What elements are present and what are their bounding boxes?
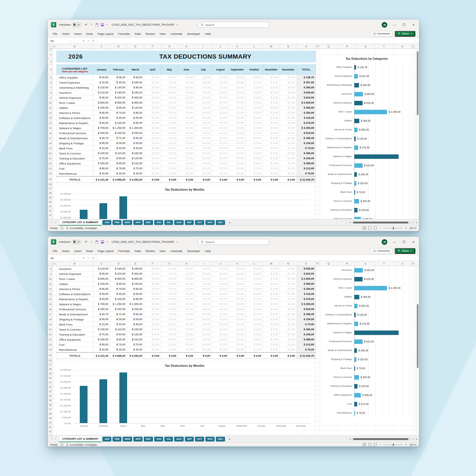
category-cell[interactable]: Fuel — [56, 166, 93, 171]
row-header-14[interactable]: 14 — [48, 297, 52, 302]
page-layout-view-icon[interactable] — [368, 227, 371, 229]
value-cell-empty[interactable]: $ 0,00 — [144, 337, 161, 342]
row-header-23[interactable]: 23 — [48, 342, 52, 347]
value-cell-empty[interactable]: $ 0,00 — [212, 302, 229, 306]
row-header-22[interactable]: 22 — [48, 337, 52, 342]
column-header-q[interactable]: Q — [319, 261, 338, 266]
value-cell-empty[interactable]: $ 0,00 — [229, 292, 246, 296]
column-header-g[interactable]: G — [161, 261, 178, 266]
value-cell-empty[interactable]: $ 0,00 — [212, 131, 229, 135]
category-cell[interactable]: Miscellaneous — [56, 171, 93, 176]
month-header-august[interactable]: August — [212, 64, 229, 75]
value-cell-empty[interactable]: $ 0,00 — [229, 302, 246, 306]
value-cell-empty[interactable]: $ 0,00 — [246, 105, 263, 110]
quick-access-more-icon[interactable]: ▾ — [107, 241, 108, 243]
value-cell-empty[interactable]: $ 0,00 — [178, 312, 195, 317]
value-cell[interactable]: $ 20,00 — [110, 322, 127, 327]
value-cell-empty[interactable]: $ 0,00 — [178, 307, 195, 311]
value-cell-empty[interactable]: $ 0,00 — [178, 105, 195, 110]
normal-view-icon[interactable] — [363, 443, 366, 446]
value-cell-empty[interactable]: $ 0,00 — [212, 297, 229, 301]
select-all-corner[interactable] — [48, 44, 53, 48]
totals-zero-cell[interactable]: $ 0,00 — [178, 353, 195, 358]
value-cell-empty[interactable]: $ 0,00 — [178, 166, 195, 171]
value-cell-empty[interactable]: $ 0,00 — [161, 161, 178, 166]
value-cell-empty[interactable]: $ 0,00 — [212, 105, 229, 110]
value-cell[interactable]: $ 50,00 — [110, 332, 127, 337]
value-cell-empty[interactable]: $ 0,00 — [263, 75, 280, 80]
formula-bar-expand-icon[interactable]: ⌄ — [412, 257, 419, 259]
tab-scroll-left-icon[interactable]: ‹ — [50, 437, 54, 441]
row-header-37[interactable]: 37 — [48, 407, 52, 411]
value-cell-empty[interactable]: $ 0,00 — [144, 317, 161, 322]
value-cell[interactable]: $ 85,00 — [93, 110, 110, 115]
value-cell-empty[interactable]: $ 0,00 — [178, 286, 195, 291]
value-cell-empty[interactable]: $ 0,00 — [144, 327, 161, 332]
column-header-r[interactable]: R — [338, 44, 356, 48]
value-cell-empty[interactable]: $ 0,00 — [280, 146, 297, 151]
row-header-3[interactable]: 3 — [48, 59, 52, 64]
minimize-button[interactable]: — — [392, 240, 397, 244]
value-cell-empty[interactable]: $ 0,00 — [212, 136, 229, 140]
value-cell[interactable]: $ 300,00 — [127, 271, 144, 276]
page-layout-view-icon[interactable] — [368, 443, 371, 446]
value-cell-empty[interactable]: $ 0,00 — [195, 342, 212, 347]
value-cell-empty[interactable]: $ 0,00 — [161, 126, 178, 130]
sheet-tab-sep[interactable]: SEP — [185, 437, 194, 441]
menu-data[interactable]: Data — [132, 31, 143, 37]
value-cell-empty[interactable]: $ 0,00 — [144, 171, 161, 176]
value-cell-empty[interactable]: $ 0,00 — [212, 120, 229, 125]
total-cell[interactable]: $ 138,75 — [297, 75, 316, 80]
totals-zero-cell[interactable]: $ 0,00 — [212, 177, 229, 182]
value-cell-empty[interactable]: $ 0,00 — [212, 126, 229, 130]
value-cell-empty[interactable]: $ 0,00 — [195, 161, 212, 166]
value-cell-empty[interactable]: $ 0,00 — [161, 90, 178, 95]
value-cell[interactable]: $ 220,00 — [110, 271, 127, 276]
value-cell-empty[interactable]: $ 0,00 — [229, 80, 246, 85]
value-cell-empty[interactable]: $ 0,00 — [229, 110, 246, 115]
value-cell[interactable]: $ 800,00 — [110, 276, 127, 281]
value-cell-empty[interactable]: $ 0,00 — [263, 281, 280, 286]
month-header-june[interactable]: June — [178, 64, 195, 75]
value-cell-empty[interactable]: $ 0,00 — [212, 80, 229, 85]
value-cell-empty[interactable]: $ 0,00 — [280, 120, 297, 125]
value-cell-empty[interactable]: $ 0,00 — [280, 276, 297, 281]
cancel-icon[interactable]: ✕ — [82, 256, 85, 260]
value-cell-empty[interactable]: $ 0,00 — [280, 292, 297, 296]
row-header-32[interactable]: 32 — [48, 385, 52, 389]
row-header-20[interactable]: 20 — [48, 151, 52, 156]
total-cell[interactable]: $ 350,00 — [297, 85, 316, 90]
value-cell-empty[interactable]: $ 0,00 — [263, 347, 280, 352]
value-cell-empty[interactable]: $ 0,00 — [212, 171, 229, 176]
value-cell-empty[interactable]: $ 0,00 — [263, 161, 280, 166]
value-cell-empty[interactable]: $ 0,00 — [195, 75, 212, 80]
value-cell-empty[interactable]: $ 0,00 — [178, 337, 195, 342]
row-header-24[interactable]: 24 — [48, 347, 52, 352]
value-cell-empty[interactable]: $ 0,00 — [178, 171, 195, 176]
value-cell[interactable]: $ 30,00 — [93, 292, 110, 296]
value-cell[interactable]: $ 25,00 — [110, 171, 127, 176]
value-cell-empty[interactable]: $ 0,00 — [195, 80, 212, 85]
value-cell[interactable]: $ 800,00 — [93, 276, 110, 281]
column-header-m[interactable]: M — [263, 44, 280, 48]
value-cell-empty[interactable]: $ 0,00 — [246, 337, 263, 342]
value-cell-empty[interactable]: $ 0,00 — [212, 166, 229, 171]
value-cell[interactable]: $ 78,00 — [110, 342, 127, 347]
column-header-t[interactable]: T — [375, 261, 393, 266]
value-cell[interactable]: $ 70,00 — [110, 286, 127, 291]
value-cell[interactable]: $ 120,00 — [127, 156, 144, 161]
value-cell[interactable]: $ 230,00 — [127, 90, 144, 95]
total-cell[interactable]: $ 3.250,00 — [297, 126, 316, 130]
value-cell-empty[interactable]: $ 0,00 — [161, 151, 178, 156]
value-cell-empty[interactable]: $ 0,00 — [280, 136, 297, 140]
value-cell-empty[interactable]: $ 0,00 — [161, 286, 178, 291]
value-cell[interactable]: $ 95,00 — [93, 271, 110, 276]
value-cell-empty[interactable]: $ 0,00 — [246, 131, 263, 135]
value-cell-empty[interactable]: $ 0,00 — [246, 166, 263, 171]
value-cell-empty[interactable]: $ 0,00 — [229, 322, 246, 327]
value-cell[interactable]: $ 75,00 — [93, 156, 110, 161]
value-cell[interactable]: $ 150,00 — [127, 327, 144, 332]
row-header-15[interactable]: 15 — [48, 302, 52, 307]
row-header-27[interactable]: 27 — [48, 186, 52, 191]
value-cell-empty[interactable]: $ 0,00 — [229, 115, 246, 120]
